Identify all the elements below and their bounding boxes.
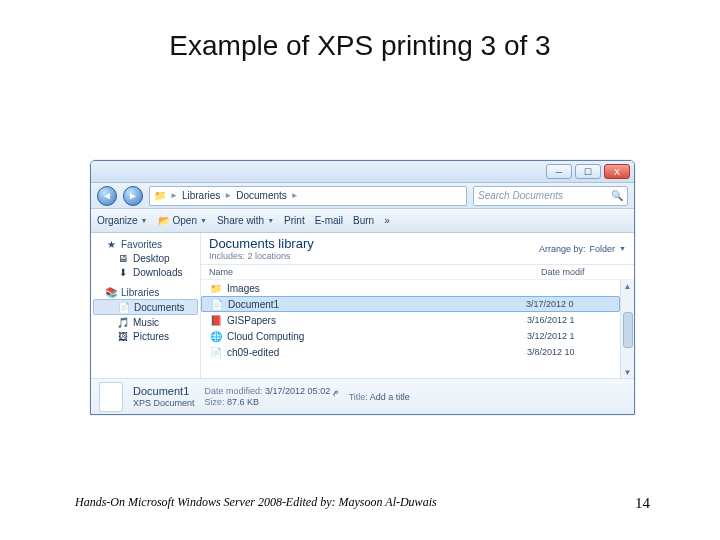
list-item[interactable]: 📄Document13/17/2012 0 [201,296,620,312]
xps-icon: 📄 [210,299,224,310]
column-name[interactable]: Name [209,267,541,277]
folder-icon: 📁 [154,190,166,202]
folder-icon: 📁 [209,283,223,294]
list-item[interactable]: 📕GISPapers3/16/2012 1 [201,312,620,328]
doc-icon: 📄 [209,347,223,358]
details-filename: Document1 [133,385,195,397]
scroll-down-icon[interactable]: ▼ [621,366,634,378]
chevron-down-icon: ▼ [267,217,274,224]
address-bar: ◄ ► 📁 ► Libraries ► Documents ► Search D… [91,183,634,209]
minimize-button[interactable]: ─ [546,164,572,179]
details-date: 3/17/2012 05:02 م [265,386,339,396]
nav-pane: ★Favorites 🖥Desktop ⬇Downloads 📚Librarie… [91,233,201,378]
slide-credit: Hands-On Microsoft Windows Server 2008-E… [75,495,437,510]
maximize-button[interactable]: ☐ [575,164,601,179]
details-date-label: Date modified: [205,386,263,396]
scroll-thumb[interactable] [623,312,633,348]
library-header: Documents library Includes: 2 locations … [201,233,634,265]
print-button[interactable]: Print [284,215,305,226]
vertical-scrollbar[interactable]: ▲ ▼ [620,280,634,378]
list-item[interactable]: 📄ch09-edited3/8/2012 10 [201,344,620,360]
sidebar-item-music[interactable]: 🎵Music [91,315,200,329]
scroll-up-icon[interactable]: ▲ [621,280,634,292]
slide-page-number: 14 [635,495,650,512]
breadcrumb[interactable]: 📁 ► Libraries ► Documents ► [149,186,467,206]
slide-title: Example of XPS printing 3 of 3 [0,30,720,62]
close-button[interactable]: X [604,164,630,179]
chevron-down-icon: ▼ [619,245,626,252]
library-title: Documents library [209,236,314,251]
music-icon: 🎵 [117,316,129,328]
chevron-right-icon: ► [291,191,299,200]
library-icon: 📚 [105,286,117,298]
search-input[interactable]: Search Documents 🔍 [473,186,628,206]
downloads-icon: ⬇ [117,266,129,278]
open-icon: 📂 [158,215,170,227]
star-icon: ★ [105,238,117,250]
chevron-down-icon: ▼ [141,217,148,224]
search-placeholder: Search Documents [478,190,563,201]
file-thumbnail [99,382,123,412]
titlebar: ─ ☐ X [91,161,634,183]
list-item[interactable]: 📁Images [201,280,620,296]
more-button[interactable]: » [384,215,390,226]
toolbar: Organize▼ 📂Open▼ Share with▼ Print E-mai… [91,209,634,233]
search-icon: 🔍 [611,190,623,201]
sidebar-item-downloads[interactable]: ⬇Downloads [91,265,200,279]
breadcrumb-documents[interactable]: Documents [236,190,287,201]
pdf-icon: 📕 [209,315,223,326]
arrange-by[interactable]: Arrange by: Folder ▼ [539,244,626,254]
list-item[interactable]: 🌐Cloud Computing3/12/2012 1 [201,328,620,344]
forward-button[interactable]: ► [123,186,143,206]
desktop-icon: 🖥 [117,252,129,264]
html-icon: 🌐 [209,331,223,342]
organize-button[interactable]: Organize▼ [97,215,148,226]
open-button[interactable]: 📂Open▼ [158,215,207,227]
main-area: ★Favorites 🖥Desktop ⬇Downloads 📚Librarie… [91,233,634,378]
chevron-down-icon: ▼ [200,217,207,224]
content-pane: Documents library Includes: 2 locations … [201,233,634,378]
back-button[interactable]: ◄ [97,186,117,206]
details-filetype: XPS Document [133,398,195,408]
details-size: 87.6 KB [227,397,259,407]
breadcrumb-libraries[interactable]: Libraries [182,190,220,201]
explorer-window: ─ ☐ X ◄ ► 📁 ► Libraries ► Documents ► Se… [90,160,635,415]
sidebar-item-documents[interactable]: 📄Documents [93,299,198,315]
details-title-label: Title: [349,392,368,402]
email-button[interactable]: E-mail [315,215,343,226]
arrange-label: Arrange by: [539,244,586,254]
share-button[interactable]: Share with▼ [217,215,274,226]
details-title-value[interactable]: Add a title [370,392,410,402]
library-subtitle[interactable]: Includes: 2 locations [209,251,314,261]
column-headers[interactable]: Name Date modif [201,265,634,280]
libraries-group[interactable]: 📚Libraries [91,285,200,299]
sidebar-item-desktop[interactable]: 🖥Desktop [91,251,200,265]
details-pane: Document1 XPS Document Date modified: 3/… [91,378,634,414]
pictures-icon: 🖼 [117,330,129,342]
chevron-right-icon: ► [170,191,178,200]
file-list: 📁Images 📄Document13/17/2012 0 📕GISPapers… [201,280,620,378]
chevron-right-icon: ► [224,191,232,200]
favorites-group[interactable]: ★Favorites [91,237,200,251]
details-size-label: Size: [205,397,225,407]
arrange-value: Folder [590,244,616,254]
burn-button[interactable]: Burn [353,215,374,226]
sidebar-item-pictures[interactable]: 🖼Pictures [91,329,200,343]
column-date[interactable]: Date modif [541,267,626,277]
documents-icon: 📄 [118,301,130,313]
